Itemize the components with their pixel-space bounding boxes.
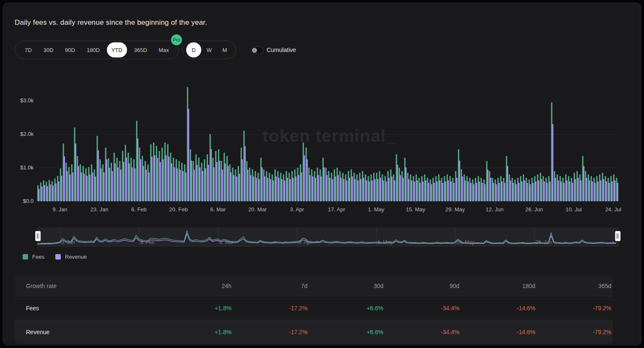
growth-value-cell: -14.6% bbox=[461, 305, 537, 312]
growth-header-cell: 365d bbox=[537, 283, 613, 289]
revenue-swatch-icon bbox=[55, 254, 61, 260]
growth-header-cell: 180d bbox=[461, 283, 537, 289]
dashboard-panel: Daily fees vs. daily revenue since the b… bbox=[3, 3, 641, 345]
fees-swatch-icon bbox=[23, 254, 28, 260]
navigator-label: 29. May bbox=[456, 239, 474, 245]
navigator-label: 6. Feb bbox=[140, 239, 154, 245]
growth-row-label: Fees bbox=[15, 305, 157, 312]
growth-value-cell: -34.4% bbox=[385, 329, 461, 335]
x-axis-tick bbox=[534, 201, 535, 205]
x-axis-label: 20. Mar bbox=[239, 206, 276, 213]
growth-table-header: Growth rate24h7d30d90d180d365d bbox=[15, 275, 613, 296]
x-axis-tick bbox=[495, 201, 495, 205]
growth-value-cell: +6.6% bbox=[309, 329, 385, 335]
growth-row-fees: Fees+1.8%-17.2%+6.6%-34.4%-14.6%-79.2% bbox=[15, 296, 613, 320]
x-axis-label: 29. May bbox=[436, 206, 474, 213]
x-axis-tick bbox=[60, 201, 60, 205]
x-axis-label: 15. May bbox=[397, 206, 434, 213]
growth-value-cell: +6.6% bbox=[309, 305, 385, 312]
x-axis-label: 1. May bbox=[357, 206, 395, 213]
x-axis-label: 17. Apr bbox=[318, 206, 356, 213]
x-axis-tick bbox=[337, 201, 337, 205]
x-axis-tick bbox=[574, 201, 574, 205]
legend-label-revenue: Revenue bbox=[65, 254, 87, 260]
growth-rate-table: Growth rate24h7d30d90d180d365d Fees+1.8%… bbox=[15, 275, 613, 344]
growth-value-cell: -14.6% bbox=[461, 329, 537, 335]
navigator-label: 6. Mar bbox=[219, 239, 234, 245]
growth-value-cell: -79.2% bbox=[537, 305, 613, 312]
legend-item-revenue[interactable]: Revenue bbox=[55, 254, 87, 260]
x-axis-label: 20. Feb bbox=[160, 206, 197, 213]
x-axis-label: 24. Jul bbox=[595, 206, 632, 213]
navigator-right-handle[interactable] bbox=[615, 231, 621, 241]
navigator-label: 26. Jun bbox=[535, 239, 552, 245]
navigator-label: 3. Apr bbox=[298, 239, 311, 245]
navigator-label: 9. Jan bbox=[61, 239, 75, 245]
x-axis-label: 9. Jan bbox=[41, 206, 79, 213]
x-axis-label: 23. Jan bbox=[80, 206, 118, 213]
x-axis-label: 26. Jun bbox=[515, 206, 553, 213]
x-axis-label: 6. Mar bbox=[199, 206, 237, 213]
x-axis-tick bbox=[415, 201, 416, 205]
navigator-line-fees bbox=[37, 231, 616, 244]
navigator-left-handle[interactable] bbox=[35, 231, 41, 241]
x-axis-tick bbox=[179, 201, 179, 205]
x-axis-tick bbox=[455, 201, 455, 205]
x-axis-label: 3. Apr bbox=[278, 206, 316, 213]
x-axis-tick bbox=[139, 201, 139, 205]
growth-value-cell: -79.2% bbox=[537, 329, 613, 335]
growth-header-cell: 24h bbox=[157, 283, 233, 289]
growth-header-cell: Growth rate bbox=[15, 283, 157, 289]
x-axis-tick bbox=[218, 201, 218, 205]
growth-row-revenue: Revenue+1.8%-17.2%+6.6%-34.4%-14.6%-79.2… bbox=[15, 320, 613, 344]
growth-value-cell: -34.4% bbox=[385, 305, 461, 312]
x-axis-label: 12. Jun bbox=[476, 206, 514, 213]
x-axis-label: 6. Feb bbox=[120, 206, 158, 213]
x-axis-tick bbox=[297, 201, 297, 205]
growth-value-cell: -17.2% bbox=[233, 305, 309, 312]
growth-header-cell: 90d bbox=[385, 283, 461, 289]
fees-revenue-bar-chart[interactable] bbox=[3, 3, 641, 226]
legend-item-fees[interactable]: Fees bbox=[23, 254, 44, 260]
x-axis-tick bbox=[257, 201, 258, 205]
growth-row-label: Revenue bbox=[15, 329, 157, 335]
navigator-label: 1. May bbox=[377, 239, 392, 245]
x-axis-label: 10. Jul bbox=[555, 206, 592, 213]
growth-header-cell: 30d bbox=[309, 283, 385, 289]
x-axis-tick bbox=[376, 201, 377, 205]
growth-value-cell: +1.8% bbox=[157, 305, 233, 312]
scrollbar-track[interactable] bbox=[640, 3, 640, 345]
growth-value-cell: -17.2% bbox=[233, 329, 309, 335]
x-axis-tick bbox=[613, 201, 614, 205]
growth-value-cell: +1.8% bbox=[157, 329, 233, 335]
growth-header-cell: 7d bbox=[233, 283, 309, 289]
x-axis-tick bbox=[99, 201, 100, 205]
legend-label-fees: Fees bbox=[32, 254, 44, 260]
